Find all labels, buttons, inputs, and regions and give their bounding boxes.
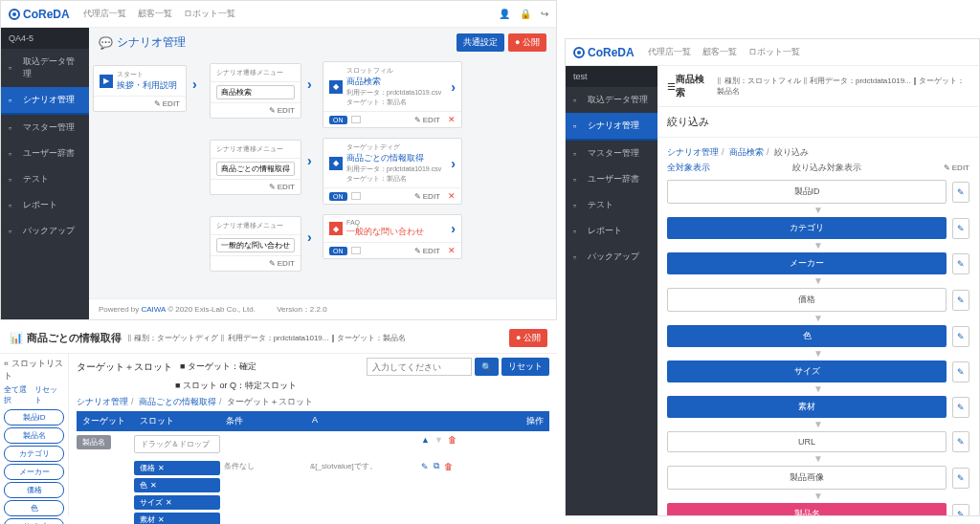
step-edit-button[interactable]: ✎ bbox=[952, 290, 969, 311]
logout-icon[interactable]: ↪ bbox=[541, 9, 548, 19]
crumb-1[interactable]: 商品ごとの情報取得 bbox=[139, 397, 216, 406]
logo[interactable]: CoReDA bbox=[9, 8, 70, 21]
edit-icon[interactable]: ✎ bbox=[421, 462, 429, 471]
publish-button[interactable]: ● 公開 bbox=[508, 33, 546, 52]
step-bar[interactable]: 価格 bbox=[667, 288, 947, 312]
remove-icon[interactable]: ✕ bbox=[158, 464, 165, 472]
start-node[interactable]: ▶スタート挨拶・利用説明 ✎ EDIT bbox=[93, 65, 187, 112]
edit-button[interactable]: ✎ EDIT bbox=[154, 99, 180, 108]
crumb-0[interactable]: シナリオ管理 bbox=[77, 397, 128, 406]
step-edit-button[interactable]: ✎ bbox=[952, 468, 969, 489]
copy-icon[interactable]: ⧉ bbox=[434, 461, 439, 471]
nav-agents[interactable]: 代理店一覧 bbox=[83, 8, 126, 20]
on-toggle[interactable]: ON bbox=[329, 247, 347, 255]
sidebar-item[interactable]: ▫シナリオ管理 bbox=[1, 87, 89, 115]
sidebar-item[interactable]: ▫テスト bbox=[1, 166, 89, 192]
step-edit-button[interactable]: ✎ bbox=[952, 218, 969, 239]
step-bar[interactable]: サイズ bbox=[667, 360, 947, 382]
sidebar-item[interactable]: ▫バックアップ bbox=[1, 218, 89, 244]
crumb-0[interactable]: シナリオ管理 bbox=[667, 147, 719, 157]
sidebar-item[interactable]: ▫シナリオ管理 bbox=[566, 113, 657, 141]
slot-node[interactable]: ◆スロットフィル商品検索利用データ：prdctdata1019.csvターゲット… bbox=[323, 61, 462, 128]
sidebar-item[interactable]: ▫ユーザー辞書 bbox=[1, 141, 89, 166]
publish-button[interactable]: ● 公開 bbox=[509, 329, 547, 347]
select-all[interactable]: 全て選択 bbox=[4, 384, 34, 405]
step-bar[interactable]: メーカー bbox=[667, 252, 947, 274]
logo[interactable]: CoReDA bbox=[573, 46, 635, 59]
move-down-icon[interactable]: ▼ bbox=[434, 435, 443, 445]
edit-button[interactable]: ✎ EDIT bbox=[269, 183, 295, 191]
sidebar-item[interactable]: ▫バックアップ bbox=[566, 244, 657, 270]
remove-icon[interactable]: ✕ bbox=[150, 481, 157, 490]
delete-icon[interactable]: 🗑 bbox=[448, 435, 457, 445]
nav-robots[interactable]: ロボット一覧 bbox=[748, 46, 800, 58]
step-bar[interactable]: 製品画像 bbox=[667, 466, 947, 490]
user-icon[interactable]: 👤 bbox=[499, 9, 510, 19]
remove-icon[interactable]: ✕ bbox=[158, 515, 165, 524]
edit-button[interactable]: ✎ EDIT bbox=[944, 164, 969, 172]
step-bar[interactable]: URL bbox=[667, 431, 947, 452]
delete-icon[interactable]: ✕ bbox=[448, 115, 456, 124]
step-edit-button[interactable]: ✎ bbox=[952, 397, 969, 418]
step-edit-button[interactable]: ✎ bbox=[952, 361, 969, 382]
sidebar-item[interactable]: ▫取込データ管理 bbox=[1, 49, 89, 87]
edit-button[interactable]: ✎ EDIT bbox=[269, 259, 295, 268]
slot-node[interactable]: ◆FAQ一般的な問い合わせ›ON✎ EDIT✕ bbox=[323, 214, 462, 259]
search-button[interactable]: 🔍 bbox=[475, 358, 499, 376]
step-bar[interactable]: カテゴリ bbox=[667, 217, 947, 239]
tab-target-slot[interactable]: ターゲット＋スロット bbox=[77, 360, 172, 374]
sidebar-item[interactable]: ▫取込データ管理 bbox=[566, 87, 657, 113]
chevron-right-icon[interactable]: › bbox=[451, 156, 456, 171]
sidebar-item[interactable]: ▫ユーザー辞書 bbox=[566, 166, 657, 192]
sidebar-item[interactable]: ▫マスター管理 bbox=[566, 141, 657, 166]
sidebar-item[interactable]: ▫レポート bbox=[1, 192, 89, 218]
menu-input[interactable] bbox=[216, 162, 295, 176]
slot-dropzone[interactable]: ドラッグ＆ドロップ bbox=[134, 435, 220, 453]
slot-chip[interactable]: カテゴリ bbox=[4, 446, 64, 462]
remove-icon[interactable]: ✕ bbox=[166, 498, 172, 507]
sidebar-item[interactable]: ▫マスター管理 bbox=[1, 115, 89, 141]
target-tag[interactable]: 製品名 bbox=[77, 435, 111, 449]
slot-tag[interactable]: 素材✕ bbox=[134, 513, 220, 524]
edit-button[interactable]: ✎ EDIT bbox=[414, 116, 440, 124]
show-all-link[interactable]: 全対象表示 bbox=[667, 162, 710, 174]
chevron-right-icon[interactable]: › bbox=[451, 221, 456, 236]
edit-button[interactable]: ✎ EDIT bbox=[414, 192, 440, 201]
menu-node[interactable]: シナリオ遷移メニュー✎ EDIT bbox=[210, 63, 301, 119]
chevron-right-icon[interactable]: › bbox=[451, 79, 456, 95]
edit-button[interactable]: ✎ EDIT bbox=[269, 106, 295, 115]
on-toggle[interactable]: ON bbox=[329, 192, 347, 201]
delete-icon[interactable]: ✕ bbox=[448, 246, 456, 255]
step-bar[interactable]: 素材 bbox=[667, 396, 947, 418]
edit-button[interactable]: ✎ EDIT bbox=[414, 247, 440, 255]
nav-customers[interactable]: 顧客一覧 bbox=[138, 8, 172, 20]
slot-chip[interactable]: 製品名 bbox=[4, 427, 64, 444]
slot-tag[interactable]: サイズ✕ bbox=[134, 495, 220, 510]
step-edit-button[interactable]: ✎ bbox=[952, 253, 969, 274]
delete-icon[interactable]: ✕ bbox=[448, 191, 456, 201]
step-bar[interactable]: 製品名 bbox=[667, 503, 947, 515]
nav-customers[interactable]: 顧客一覧 bbox=[702, 46, 737, 58]
menu-input[interactable] bbox=[216, 85, 295, 99]
crumb-1[interactable]: 商品検索 bbox=[729, 147, 764, 157]
slot-chip[interactable]: メーカー bbox=[4, 464, 64, 480]
step-edit-button[interactable]: ✎ bbox=[952, 326, 969, 347]
on-toggle[interactable]: ON bbox=[329, 116, 347, 124]
menu-node[interactable]: シナリオ遷移メニュー✎ EDIT bbox=[210, 140, 301, 195]
step-bar[interactable]: 色 bbox=[667, 325, 947, 347]
reset-link[interactable]: リセット bbox=[34, 384, 65, 405]
slot-tag[interactable]: 価格✕ bbox=[134, 461, 220, 475]
step-edit-button[interactable]: ✎ bbox=[952, 431, 969, 452]
slot-chip[interactable]: 色 bbox=[4, 500, 64, 516]
menu-node[interactable]: シナリオ遷移メニュー✎ EDIT bbox=[210, 216, 301, 272]
reset-button[interactable]: リセット bbox=[501, 358, 549, 376]
slot-node[interactable]: ◆ターゲットディグ商品ごとの情報取得利用データ：prdctdata1019.cs… bbox=[323, 138, 462, 205]
slot-chip[interactable]: サイズ bbox=[4, 518, 64, 524]
sidebar-item[interactable]: ▫テスト bbox=[566, 192, 657, 218]
nav-agents[interactable]: 代理店一覧 bbox=[648, 46, 691, 58]
move-up-icon[interactable]: ▲ bbox=[421, 435, 430, 445]
delete-icon[interactable]: 🗑 bbox=[444, 462, 453, 471]
slot-chip[interactable]: 価格 bbox=[4, 482, 64, 498]
caiwa-link[interactable]: CAIWA bbox=[141, 305, 165, 314]
step-edit-button[interactable]: ✎ bbox=[952, 504, 969, 516]
